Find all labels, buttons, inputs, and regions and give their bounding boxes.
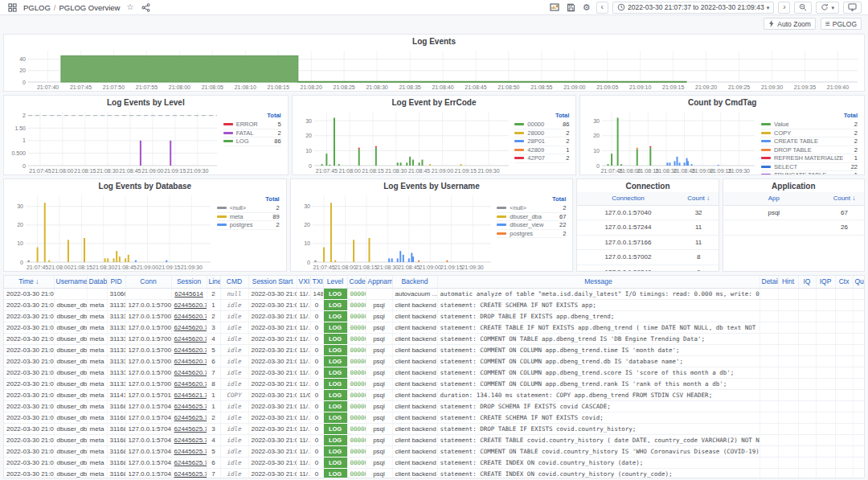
log-event-by-errcode-chart[interactable]: 21:07:4521:08:0021:08:1521:08:3021:08:45…	[293, 109, 515, 174]
auto-zoom-button[interactable]: Auto Zoom	[764, 18, 816, 30]
log-column-header[interactable]: Code	[347, 276, 366, 288]
log-cell-cmd: idle	[220, 378, 248, 389]
log-cell-session[interactable]: 62445620.799d	[171, 322, 207, 333]
legend-item[interactable]: dbuser_view22	[497, 221, 566, 230]
add-panel-icon[interactable]	[548, 2, 561, 14]
legend-item[interactable]: COPY2	[761, 129, 858, 138]
log-cell-session[interactable]: 62445625.79c0	[171, 457, 207, 468]
log-cell-session[interactable]: 62445620.799d	[171, 299, 207, 310]
panel-title[interactable]: Count by CmdTag	[580, 96, 864, 109]
log-column-header[interactable]: VXID	[297, 276, 310, 288]
log-column-header[interactable]: Username	[54, 276, 87, 288]
column-header[interactable]: Connection	[577, 192, 678, 205]
save-dashboard-icon[interactable]	[565, 2, 577, 14]
legend-item[interactable]: 42P072	[514, 154, 569, 163]
log-column-header[interactable]: Database	[87, 276, 107, 288]
log-column-header[interactable]: Query	[853, 276, 865, 288]
star-icon[interactable]: ☆	[125, 2, 135, 14]
legend-item[interactable]: TRUNCATE TABLE1	[761, 171, 858, 174]
log-column-header[interactable]: Session Start	[248, 276, 297, 288]
log-cell-session[interactable]: 62445620.799d	[171, 310, 207, 322]
panel-title[interactable]: Log Events by Level	[4, 96, 288, 109]
legend-item[interactable]: 280002	[514, 129, 569, 138]
legend-item[interactable]: dbuser_dba67	[497, 213, 566, 222]
log-column-header[interactable]: CMD	[220, 276, 248, 288]
svg-text:10: 10	[17, 240, 23, 246]
log-events-by-username-chart[interactable]: 21:07:4521:08:0021:08:1521:08:3021:08:45…	[291, 192, 497, 271]
apps-grid-icon[interactable]	[6, 2, 18, 14]
column-header[interactable]: Count ↓	[825, 192, 864, 205]
log-cell-session[interactable]: 62445620.799d	[171, 333, 207, 344]
kiosk-mode-button[interactable]	[843, 2, 862, 14]
panel-title[interactable]: Log Events by Database	[4, 179, 286, 192]
log-column-header[interactable]: IQ	[798, 276, 816, 288]
log-column-header[interactable]: Hint	[778, 276, 798, 288]
legend-item[interactable]: CREATE TABLE2	[761, 137, 858, 146]
log-column-header[interactable]: Appname	[366, 276, 392, 288]
legend-item[interactable]: ERROR5	[223, 121, 281, 129]
log-column-header[interactable]: Ctx	[835, 276, 853, 288]
legend-item[interactable]: postgres2	[217, 221, 280, 230]
log-cell-level: LOG	[323, 378, 347, 389]
log-cell-session[interactable]: 62445625.79c0	[171, 434, 207, 445]
legend-item[interactable]: 428091	[514, 146, 569, 155]
log-column-header[interactable]: Detail	[760, 276, 778, 288]
log-column-header[interactable]: Time ↓	[4, 276, 54, 288]
log-cell-session[interactable]: 62445620.799d	[171, 344, 207, 355]
log-cell-session[interactable]: 62445625.79c0	[171, 400, 207, 412]
log-column-header[interactable]: Backend	[392, 276, 437, 288]
legend-item[interactable]: postgres2	[497, 230, 566, 239]
log-cell-session[interactable]: 62445620.799d	[171, 378, 207, 389]
time-forward-button[interactable]: ›	[778, 2, 790, 14]
log-column-header[interactable]: Line	[207, 276, 220, 288]
share-icon[interactable]	[140, 2, 152, 14]
legend-item[interactable]: FATAL2	[223, 129, 281, 138]
log-column-header[interactable]: Level	[323, 276, 347, 288]
log-events-chart[interactable]: 21:07:4021:07:4521:07:5021:07:5521:08:00…	[4, 47, 864, 91]
log-column-header[interactable]: Message	[437, 276, 760, 288]
legend-item[interactable]: Value2	[761, 121, 858, 129]
refresh-button[interactable]: ▾	[816, 2, 839, 14]
log-cell-session[interactable]: 62445621.79a5	[171, 389, 207, 400]
log-cell-session[interactable]: 62445625.79c0	[171, 412, 207, 423]
panel-title[interactable]: Log Event by ErrCode	[293, 96, 576, 109]
pglog-menu-button[interactable]: ≡ PGLOG	[821, 18, 862, 30]
legend-item[interactable]: 28P012	[514, 137, 569, 146]
legend-item[interactable]: meta89	[217, 213, 280, 222]
breadcrumb-page[interactable]: PGLOG Overview	[59, 3, 120, 12]
log-cell-session[interactable]: 62445620.799d	[171, 367, 207, 378]
time-back-button[interactable]: ‹	[596, 2, 608, 14]
legend-item[interactable]: DROP TABLE2	[761, 146, 858, 155]
time-range-button[interactable]: 2022-03-30 21:07:37 to 2022-03-30 21:09:…	[612, 2, 774, 14]
settings-gear-icon[interactable]: ⚙	[581, 2, 592, 14]
log-cell-session[interactable]: 62445625.79c0	[171, 468, 207, 478]
log-cell-session[interactable]: 62445620.799d	[171, 355, 207, 367]
log-cell-code: 00000	[347, 378, 366, 389]
legend-item[interactable]: <null>2	[497, 204, 566, 213]
column-header[interactable]: Count ↓	[679, 192, 719, 205]
log-cell-pid: 31168	[107, 423, 125, 434]
count-by-cmdtag-chart[interactable]: 21:07:4521:08:0021:08:1521:08:3021:08:45…	[580, 109, 761, 174]
zoom-out-button[interactable]	[794, 2, 812, 14]
log-cell-session[interactable]: 62445625.79c0	[171, 423, 207, 434]
panel-title[interactable]: Log Events	[4, 35, 864, 47]
panel-title[interactable]: Application	[723, 179, 864, 192]
log-column-header[interactable]: PID	[107, 276, 125, 288]
log-column-header[interactable]: Session	[171, 276, 207, 288]
log-cell-session[interactable]: 62445614	[171, 288, 207, 299]
log-cell-session[interactable]: 62445625.79c0	[171, 445, 207, 457]
panel-title[interactable]: Connection	[577, 179, 718, 192]
column-header[interactable]: App	[723, 192, 825, 205]
log-events-by-database-chart[interactable]: 21:07:4521:08:0021:08:1521:08:3021:08:45…	[4, 192, 217, 271]
legend-item[interactable]: <null>2	[217, 204, 280, 213]
breadcrumb-folder[interactable]: PGLOG	[23, 3, 51, 12]
log-column-header[interactable]: Conn	[125, 276, 171, 288]
legend-item[interactable]: LOG86	[223, 137, 281, 146]
log-column-header[interactable]: TXID	[310, 276, 323, 288]
legend-item[interactable]: SELECT22	[761, 163, 858, 172]
legend-item[interactable]: REFRESH MATERIALIZED VIEW1	[761, 154, 858, 163]
panel-title[interactable]: Log Events by Username	[291, 179, 573, 192]
legend-item[interactable]: 0000086	[514, 121, 569, 129]
log-events-by-level-chart[interactable]: 21:07:4521:08:0021:08:1521:08:3021:08:45…	[4, 109, 223, 174]
log-column-header[interactable]: IQP	[816, 276, 835, 288]
